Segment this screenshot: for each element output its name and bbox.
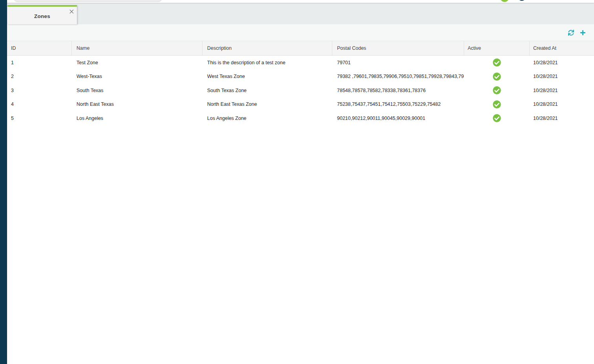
cell-name: South Texas — [72, 83, 202, 98]
column-header-active[interactable]: Active — [464, 41, 530, 55]
check-circle-icon — [493, 58, 501, 67]
refresh-icon[interactable] — [568, 29, 574, 36]
column-header-created-at[interactable]: Created At — [530, 41, 594, 55]
check-circle-icon — [493, 114, 501, 122]
column-header-description[interactable]: Description — [202, 41, 332, 55]
top-app-bar — [7, 0, 594, 3]
table-row[interactable]: 4 North East Texas North East Texas Zone… — [7, 98, 594, 112]
cell-id: 5 — [7, 111, 72, 125]
cell-name: Test Zone — [72, 56, 202, 70]
cell-active — [464, 98, 530, 112]
cell-created-at: 10/28/2021 — [530, 98, 594, 112]
cell-description: Los Angeles Zone — [202, 111, 332, 125]
check-circle-icon — [493, 72, 501, 81]
check-circle-icon — [493, 100, 501, 109]
cell-id: 1 — [7, 56, 72, 70]
cell-postal-codes: 78548,78578,78582,78338,78361,78376 — [332, 83, 464, 98]
cell-created-at: 10/28/2021 — [530, 56, 594, 70]
cell-description: South Texas Zone — [202, 83, 332, 98]
table-header-row: IDNameDescriptionPostal CodesActiveCreat… — [7, 41, 594, 56]
grid-toolbar — [7, 24, 594, 41]
search-input[interactable] — [14, 0, 162, 2]
tab-bar: Zones — [7, 3, 594, 24]
cell-id: 4 — [7, 98, 72, 112]
topbar-green-icon[interactable] — [500, 0, 509, 2]
cell-created-at: 10/28/2021 — [530, 83, 594, 98]
table-row[interactable]: 2 West-Texas West Texas Zone 79382 ,7960… — [7, 70, 594, 84]
table-body: 1 Test Zone This is the description of a… — [7, 56, 594, 364]
cell-postal-codes: 79701 — [332, 56, 464, 70]
column-header-name[interactable]: Name — [72, 41, 202, 55]
cell-active — [464, 56, 530, 70]
cell-name: North East Texas — [72, 98, 202, 112]
tab-zones[interactable]: Zones — [7, 5, 77, 24]
topbar-avatar-icon[interactable] — [517, 0, 526, 1]
cell-id: 3 — [7, 83, 72, 98]
column-header-postal-codes[interactable]: Postal Codes — [332, 41, 464, 55]
cell-name: Los Angeles — [72, 111, 202, 125]
table-row[interactable]: 1 Test Zone This is the description of a… — [7, 56, 594, 70]
cell-description: North East Texas Zone — [202, 98, 332, 112]
cell-active — [464, 70, 530, 84]
cell-postal-codes: 79382 ,79601,79835,79906,79510,79851,799… — [332, 70, 464, 84]
cell-created-at: 10/28/2021 — [530, 70, 594, 84]
cell-description: West Texas Zone — [202, 70, 332, 84]
cell-active — [464, 83, 530, 98]
close-icon[interactable] — [68, 8, 75, 14]
cell-active — [464, 111, 530, 125]
collapsed-nav-sidebar — [0, 0, 7, 364]
main-content: Zones IDNameDescriptionPostal CodesActiv… — [7, 0, 594, 364]
cell-created-at: 10/28/2021 — [530, 111, 594, 125]
cell-postal-codes: 90210,90212,90011,90045,90029,90001 — [332, 111, 464, 125]
add-icon[interactable] — [579, 29, 586, 36]
cell-postal-codes: 75238,75437,75451,75412,75503,75229,7548… — [332, 98, 464, 112]
cell-name: West-Texas — [72, 70, 202, 84]
check-circle-icon — [493, 86, 501, 94]
cell-id: 2 — [7, 70, 72, 84]
tab-zones-label: Zones — [34, 12, 50, 19]
table-row[interactable]: 3 South Texas South Texas Zone 78548,785… — [7, 83, 594, 98]
table-row[interactable]: 5 Los Angeles Los Angeles Zone 90210,902… — [7, 111, 594, 125]
column-header-id[interactable]: ID — [7, 41, 72, 55]
cell-description: This is the description of a test zone — [202, 56, 332, 70]
